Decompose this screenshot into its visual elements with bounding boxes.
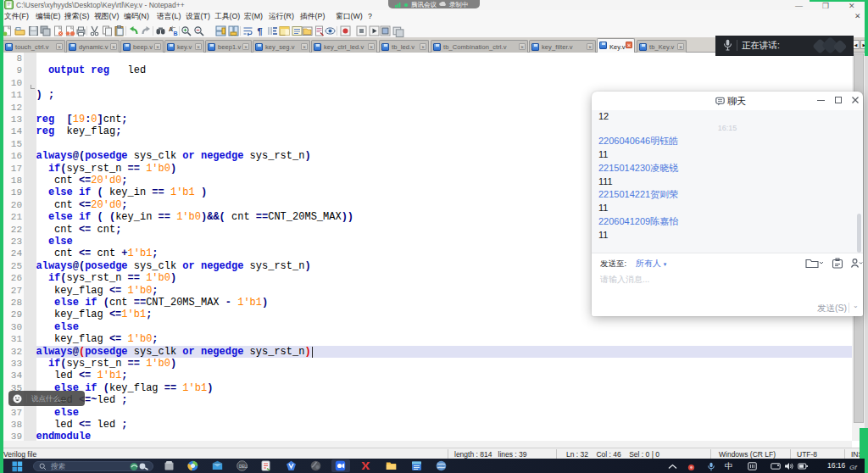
svg-text:DELL: DELL <box>239 464 248 468</box>
svg-text:¶: ¶ <box>258 26 263 36</box>
svg-text:A: A <box>169 26 173 32</box>
svg-text:B: B <box>174 31 178 36</box>
svg-text:f: f <box>854 464 858 471</box>
